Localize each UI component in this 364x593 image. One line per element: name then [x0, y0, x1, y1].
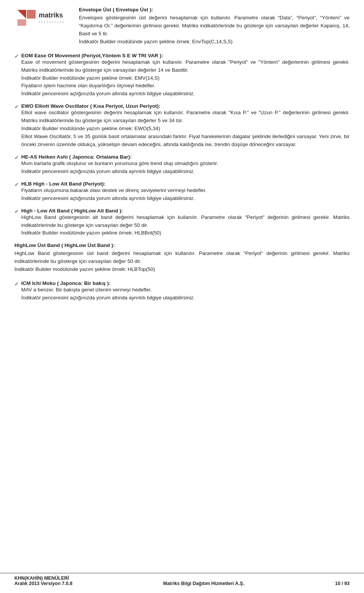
section-high-low-alt: ✓ High - Low Alt Band ( HighLow Alt Band… [14, 208, 350, 238]
highlow-ust-body: HighLow Band göstergesinin üst band değe… [14, 250, 350, 274]
he-as-title: HE-AS Heiken Ashi ( Japonca: Ortalama Ba… [21, 154, 132, 160]
section-icm: ✓ ICM Ichi Moku ( Japonca: Bir bakış ): … [14, 280, 350, 302]
highlow-ust-title: HighLow Üst Band ( HighLow Üst Band ): [14, 242, 350, 248]
svg-marker-2 [27, 10, 36, 19]
checkmark-hlb: ✓ [14, 181, 19, 187]
checkmark-icm: ✓ [14, 281, 19, 287]
hlb-body: Fiyatların oluşumuna bakarak olası deste… [21, 187, 350, 203]
eom-title: EOM Ease Of Movement (Periyot,Yöntem S E… [21, 53, 163, 58]
high-low-alt-content: High - Low Alt Band ( HighLow Alt Band )… [21, 208, 350, 238]
icm-content: ICM Ichi Moku ( Japonca: Bir bakış ): MA… [21, 280, 350, 302]
high-low-alt-body: HighLow Band göstergesinin alt band değe… [21, 214, 350, 238]
section-eom: ✓ EOM Ease Of Movement (Periyot,Yöntem S… [14, 53, 350, 98]
ewo-title: EWO Elliott Wave Oscillator ( Kısa Periy… [21, 103, 160, 109]
svg-text:matriks: matriks [39, 11, 63, 19]
he-as-content: HE-AS Heiken Ashi ( Japonca: Ortalama Ba… [21, 154, 350, 176]
eom-content: EOM Ease Of Movement (Periyot,Yöntem S E… [21, 53, 350, 98]
checkmark-he-as: ✓ [14, 154, 19, 160]
eom-body: Ease of movement göstergesinin değerini … [21, 58, 350, 98]
svg-marker-1 [17, 10, 27, 19]
footer-left-line1: KHN(KAHİN) MENÜLERİ [14, 576, 72, 581]
hlb-content: HLB High - Low Alt Band (Periyot): Fiyat… [21, 181, 350, 203]
header: matriks • • • • • • • • • • Envelope Üst… [14, 7, 350, 46]
envelope-desc2: İndikatör Builder modülünde yazım şeklin… [79, 38, 350, 46]
high-low-alt-title: High - Low Alt Band ( HighLow Alt Band )… [21, 208, 123, 214]
logo-area: matriks • • • • • • • • • • [14, 7, 67, 29]
icm-body: MAV a benzer. Bir bakışta genel izlenim … [21, 286, 350, 302]
section-he-as: ✓ HE-AS Heiken Ashi ( Japonca: Ortalama … [14, 154, 350, 176]
matriks-logo: matriks • • • • • • • • • • [14, 7, 64, 28]
checkmark-high-low-alt: ✓ [14, 208, 19, 214]
header-text-area: Envelope Üst ( Envelope Üst ): Envelopes… [79, 7, 350, 46]
section-highlow-ust: HighLow Üst Band ( HighLow Üst Band ): H… [14, 242, 350, 274]
section-ewo: ✓ EWO Elliott Wave Oscillator ( Kısa Per… [14, 103, 350, 149]
section-hlb: ✓ HLB High - Low Alt Band (Periyot): Fiy… [14, 181, 350, 203]
checkmark-eom: ✓ [14, 53, 19, 59]
envelope-desc1: Envelopes göstergesinin üst değerini hes… [79, 14, 350, 38]
envelope-title: Envelope Üst ( Envelope Üst ): [79, 7, 350, 13]
footer-right: 10 / 93 [335, 581, 350, 586]
svg-marker-3 [17, 19, 27, 26]
footer-left: KHN(KAHİN) MENÜLERİ Aralık 2013 Versiyon… [14, 576, 72, 586]
checkmark-ewo: ✓ [14, 104, 19, 110]
page: matriks • • • • • • • • • • Envelope Üst… [0, 0, 364, 330]
footer-left-line2: Aralık 2013 Versiyon 7.0.8 [14, 581, 72, 586]
footer: KHN(KAHİN) MENÜLERİ Aralık 2013 Versiyon… [0, 573, 364, 586]
ewo-content: EWO Elliott Wave Oscillator ( Kısa Periy… [21, 103, 350, 149]
icm-title: ICM Ichi Moku ( Japonca: Bir bakış ): [21, 280, 111, 286]
svg-text:• • • • • • • • • •: • • • • • • • • • • [39, 20, 64, 24]
hlb-title: HLB High - Low Alt Band (Periyot): [21, 181, 105, 187]
footer-center: Matriks Bilgi Dağıtım Hizmetleri A.Ş. [163, 581, 244, 586]
ewo-body: Elliot wave oscillator göstergesinin değ… [21, 109, 350, 149]
he-as-body: Mum barlarla grafik oluşturur ve bunları… [21, 160, 350, 176]
